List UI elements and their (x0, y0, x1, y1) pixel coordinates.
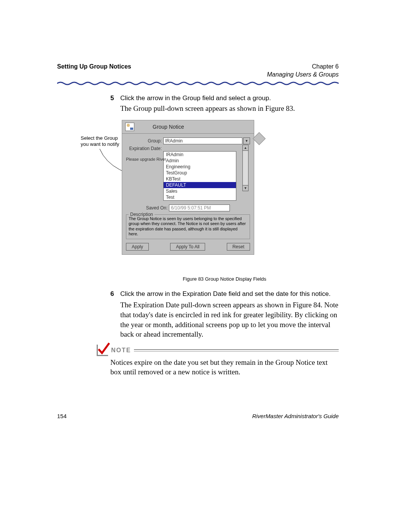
dropdown-option[interactable]: TestGroup (164, 170, 236, 176)
chapter-subtitle: Managing Users & Groups (267, 71, 339, 79)
saved-field: 6/10/99 5:07:51 PM (169, 204, 230, 211)
expiration-label: Expiration Date: (126, 146, 163, 151)
step-number: 6 (110, 290, 120, 298)
truncated-message: Please upgrade River (126, 157, 166, 161)
group-row: Group: IRAdmin ▼ (126, 137, 250, 144)
expiration-row: Expiration Date: (126, 146, 250, 151)
dropdown-option[interactable]: Admin (164, 158, 236, 164)
dialog-title: Group Notice (153, 124, 184, 130)
scroll-up-icon[interactable]: ▲ (243, 145, 248, 151)
note-heading: NOTE (97, 345, 339, 356)
step-instruction: Click the arrow in the Group field and s… (120, 94, 271, 102)
step-6: 6 Click the arrow in the Expiration Date… (110, 290, 339, 298)
callout-text: Select the Group you want to notify (81, 135, 126, 148)
note-label: NOTE (111, 347, 131, 354)
group-notice-dialog: Group Notice Group: IRAdmin ▼ Expiration… (122, 120, 254, 255)
group-label: Group: (126, 138, 163, 144)
dropdown-option[interactable]: IRAdmin (164, 152, 236, 158)
page-number: 154 (57, 413, 67, 419)
description-legend: Description (129, 212, 155, 217)
header-section: Setting Up Group Notices (57, 63, 131, 79)
header-right: Chapter 6 Managing Users & Groups (267, 63, 339, 79)
step-6-detail: The Expiration Date pull-down screen app… (120, 300, 339, 339)
apply-button[interactable]: Apply (126, 243, 149, 251)
figure-caption: Figure 83 Group Notice Display Fields (110, 276, 339, 282)
reset-button[interactable]: Reset (227, 243, 250, 251)
step-5-detail: The Group pull-down screen appears as sh… (120, 104, 339, 113)
description-fieldset: Description The Group Notice is seen by … (126, 214, 250, 239)
dropdown-option[interactable]: Sales (164, 188, 236, 194)
step-instruction: Click the arrow in the Expiration Date f… (120, 290, 331, 298)
doc-title: RiverMaster Administrator's Guide (252, 413, 339, 419)
content-column: 5 Click the arrow in the Group field and… (110, 94, 339, 377)
dropdown-scrollbar[interactable]: ▲ ▼ (242, 145, 249, 191)
apply-to-all-button[interactable]: Apply To All (170, 243, 205, 251)
chapter-label: Chapter 6 (267, 63, 339, 71)
dropdown-option[interactable]: KBTest (164, 176, 236, 182)
note-check-icon (97, 345, 108, 356)
dropdown-option[interactable]: Engineering (164, 164, 236, 170)
description-text: The Group Notice is seen by users belong… (129, 216, 247, 236)
scroll-down-icon[interactable]: ▼ (243, 185, 248, 191)
group-dropdown-list[interactable]: IRAdminAdminEngineeringTestGroupKBTestDE… (163, 151, 236, 201)
page: Setting Up Group Notices Chapter 6 Manag… (0, 0, 411, 532)
saved-row: Saved On: 6/10/99 5:07:51 PM (126, 204, 250, 211)
page-footer: 154 RiverMaster Administrator's Guide (57, 413, 339, 419)
dialog-corner-icon (253, 132, 266, 145)
page-header: Setting Up Group Notices Chapter 6 Manag… (57, 63, 339, 79)
step-5: 5 Click the arrow in the Group field and… (110, 94, 339, 102)
group-dropdown-button[interactable]: ▼ (243, 137, 250, 144)
wavy-divider (57, 81, 339, 86)
figure-83: Select the Group you want to notify Grou… (110, 120, 339, 261)
dropdown-option[interactable]: DEFAULT (164, 182, 236, 188)
saved-label: Saved On: (146, 205, 169, 211)
group-field[interactable]: IRAdmin (163, 137, 242, 144)
note-rule (134, 349, 339, 351)
note-text: Notices expire on the date you set but t… (110, 358, 339, 377)
dialog-button-row: Apply Apply To All Reset (126, 243, 250, 251)
step-number: 5 (110, 94, 120, 102)
dialog-body: Group: IRAdmin ▼ Expiration Date: Please… (122, 134, 254, 254)
title-icon (125, 123, 134, 131)
dialog-titlebar: Group Notice (122, 120, 254, 134)
dropdown-option[interactable]: Test (164, 194, 236, 200)
